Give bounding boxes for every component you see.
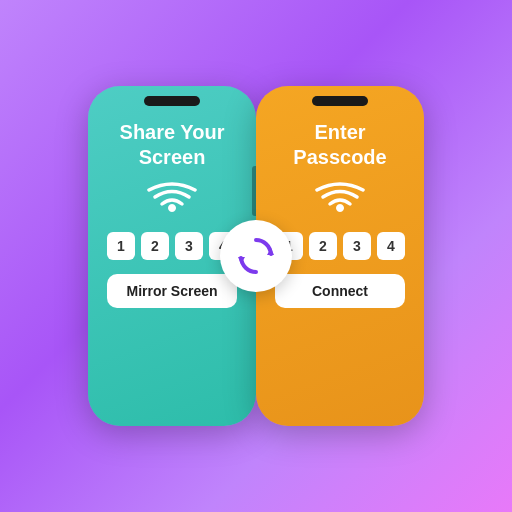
- left-digit-3: 3: [175, 232, 203, 260]
- right-phone-title: Enter Passcode: [270, 120, 410, 170]
- right-digit-2: 2: [309, 232, 337, 260]
- sync-icon: [234, 234, 278, 278]
- mirror-screen-button[interactable]: Mirror Screen: [107, 274, 237, 308]
- left-wifi-icon: [146, 180, 198, 220]
- left-phone-title: Share Your Screen: [102, 120, 242, 170]
- connect-button[interactable]: Connect: [275, 274, 405, 308]
- left-digit-2: 2: [141, 232, 169, 260]
- right-digit-3: 3: [343, 232, 371, 260]
- right-wifi-icon: [314, 180, 366, 220]
- right-digit-4: 4: [377, 232, 405, 260]
- left-digit-1: 1: [107, 232, 135, 260]
- left-passcode-row: 1 2 3 4: [107, 232, 237, 260]
- sync-circle: [220, 220, 292, 292]
- phones-container: Share Your Screen 1 2 3 4 Mirror Screen …: [88, 86, 424, 426]
- right-passcode-row: 1 2 3 4: [275, 232, 405, 260]
